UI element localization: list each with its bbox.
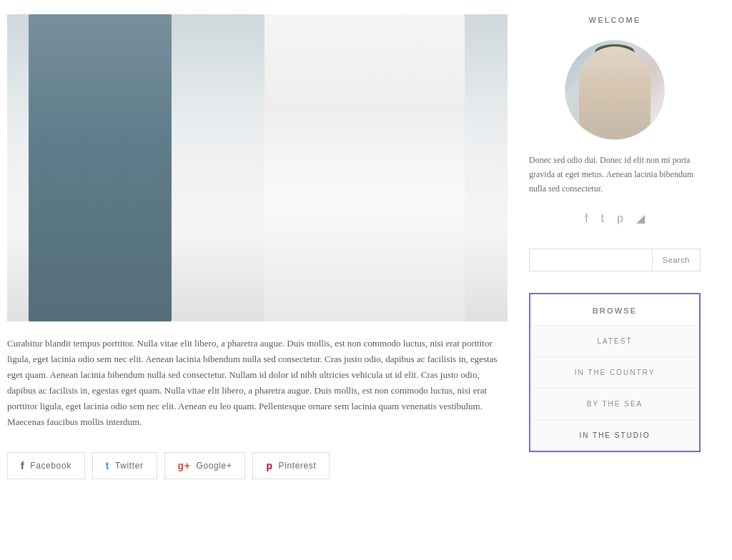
- facebook-social-icon[interactable]: f: [585, 209, 588, 228]
- avatar-figure: [579, 46, 651, 139]
- browse-item-in-the-studio[interactable]: IN THE STUDIO: [530, 419, 699, 451]
- google-share-button[interactable]: g+ Google+: [164, 452, 246, 479]
- twitter-share-button[interactable]: t Twitter: [92, 452, 157, 479]
- article-body: Curabitur blandit tempus porttitor. Null…: [7, 336, 508, 431]
- google-label: Google+: [197, 461, 232, 471]
- browse-heading: BROWSE: [530, 294, 699, 325]
- browse-item-by-the-sea[interactable]: BY THE SEA: [530, 388, 699, 419]
- twitter-icon: t: [106, 460, 109, 471]
- pinterest-social-icon[interactable]: p: [617, 209, 623, 228]
- search-input[interactable]: [529, 249, 652, 271]
- main-content: Curabitur blandit tempus porttitor. Null…: [7, 14, 508, 479]
- hero-figure-bride: [264, 14, 465, 321]
- twitter-social-icon[interactable]: t: [601, 209, 604, 228]
- facebook-label: Facebook: [30, 461, 71, 471]
- welcome-heading: WELCOME: [529, 14, 701, 27]
- social-icons: f t p ◢: [529, 209, 701, 228]
- sidebar: WELCOME Donec sed odio dui. Donec id eli…: [529, 14, 701, 479]
- pinterest-label: Pinterest: [279, 461, 317, 471]
- browse-section: BROWSE LATEST IN THE COUNTRY BY THE SEA …: [529, 293, 701, 452]
- page-wrapper: Curabitur blandit tempus porttitor. Null…: [0, 0, 732, 494]
- search-button[interactable]: Search: [652, 249, 701, 271]
- browse-item-in-the-country[interactable]: IN THE COUNTRY: [530, 356, 699, 388]
- browse-item-latest[interactable]: LATEST: [530, 325, 699, 356]
- welcome-text: Donec sed odio dui. Donec id elit non mi…: [529, 153, 701, 196]
- search-bar: Search: [529, 249, 701, 271]
- pinterest-icon: p: [266, 460, 272, 471]
- welcome-section: WELCOME Donec sed odio dui. Donec id eli…: [529, 14, 701, 227]
- facebook-share-button[interactable]: f Facebook: [7, 452, 85, 479]
- hero-image: [7, 14, 508, 321]
- google-icon: g+: [178, 460, 191, 471]
- pinterest-share-button[interactable]: p Pinterest: [252, 452, 330, 479]
- share-buttons: f Facebook t Twitter g+ Google+ p Pinter…: [7, 452, 508, 479]
- instagram-social-icon[interactable]: ◢: [636, 209, 645, 228]
- hero-figure-groom: [29, 14, 172, 321]
- facebook-icon: f: [21, 460, 24, 471]
- avatar: [565, 40, 665, 140]
- twitter-label: Twitter: [115, 461, 144, 471]
